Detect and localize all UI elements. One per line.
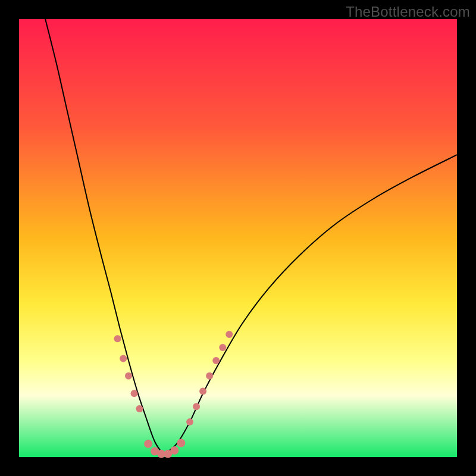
- watermark-text: TheBottleneck.com: [346, 4, 470, 20]
- marker-dot: [186, 418, 193, 425]
- marker-dot: [219, 344, 226, 351]
- markers-bottom: [144, 439, 185, 458]
- curve-right: [164, 155, 457, 455]
- curve-left: [45, 19, 164, 455]
- marker-dot: [212, 357, 220, 364]
- marker-dot: [120, 355, 127, 362]
- plot-area: [19, 19, 457, 457]
- markers-left: [114, 335, 143, 412]
- marker-dot: [125, 372, 132, 380]
- marker-dot: [226, 331, 233, 338]
- marker-dot: [206, 372, 213, 380]
- marker-dot: [170, 446, 178, 455]
- marker-dot: [199, 388, 206, 395]
- marker-dot: [114, 335, 121, 342]
- markers-right: [186, 331, 233, 425]
- marker-dot: [177, 439, 185, 447]
- marker-dot: [136, 405, 143, 412]
- marker-dot: [193, 403, 200, 410]
- curves-svg: [19, 19, 457, 457]
- marker-dot: [131, 390, 138, 397]
- marker-dot: [144, 440, 152, 448]
- chart-frame: TheBottleneck.com: [0, 0, 476, 476]
